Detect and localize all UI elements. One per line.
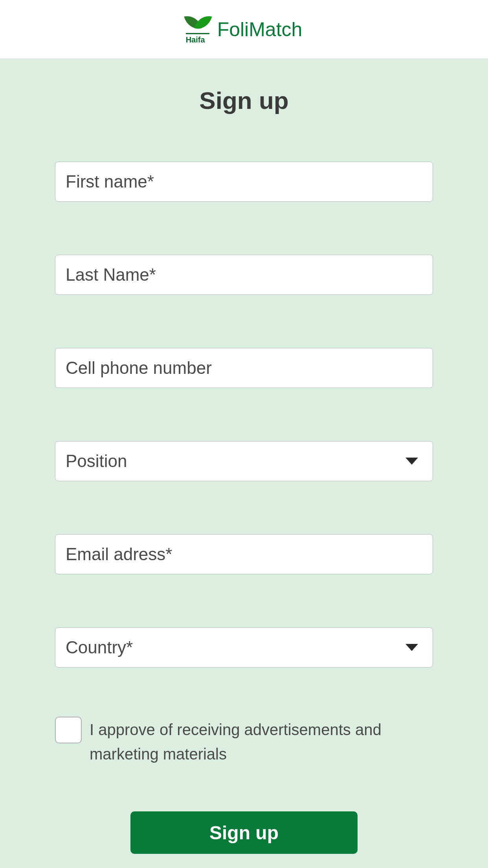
caret-down-icon bbox=[405, 644, 418, 651]
position-select[interactable]: Position bbox=[55, 441, 433, 481]
app-header: Haifa FoliMatch bbox=[0, 0, 488, 59]
app-name-label: FoliMatch bbox=[217, 18, 303, 41]
caret-down-icon bbox=[405, 458, 418, 465]
position-selected-label: Position bbox=[66, 451, 127, 471]
first-name-input[interactable] bbox=[55, 162, 433, 202]
country-select[interactable]: Country* bbox=[55, 627, 433, 668]
signup-button[interactable]: Sign up bbox=[130, 811, 358, 854]
email-input[interactable] bbox=[55, 534, 433, 574]
last-name-input[interactable] bbox=[55, 255, 433, 295]
page-title: Sign up bbox=[55, 86, 433, 114]
brand-sub-label: Haifa bbox=[186, 35, 205, 44]
cell-phone-input[interactable] bbox=[55, 348, 433, 388]
country-selected-label: Country* bbox=[66, 638, 133, 657]
haifa-leaf-logo-icon: Haifa bbox=[186, 15, 213, 44]
logo: Haifa FoliMatch bbox=[186, 15, 303, 44]
consent-checkbox[interactable] bbox=[55, 717, 82, 743]
consent-label: I approve of receiving advertisements an… bbox=[90, 717, 433, 766]
main-content: Sign up Position Country* I approve of r… bbox=[0, 59, 488, 868]
